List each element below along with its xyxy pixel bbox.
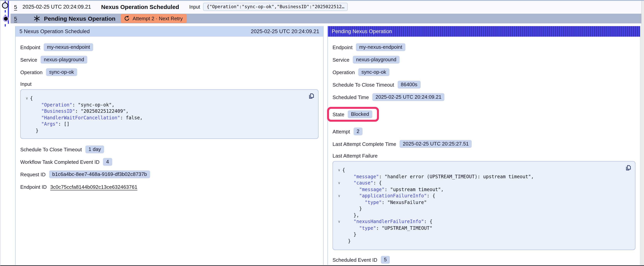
app-stage: 5 2025-02-25 UTC 20:24:09.21 Nexus Opera… xyxy=(0,0,644,266)
pending-panel-header: Pending Nexus Operation xyxy=(328,26,640,37)
code-line: "message": "upstream timeout", xyxy=(342,186,444,193)
scheduled-panel-body: Endpoint my-nexus-endpoint Service nexus… xyxy=(16,37,323,198)
code-line: } xyxy=(342,238,351,244)
code-gutter xyxy=(336,205,342,212)
pending-event-id-link[interactable]: 5 xyxy=(14,16,17,22)
pending-operation-detail-panel: Pending Nexus Operation Endpoint my-nexu… xyxy=(328,26,640,265)
event-input-label: Input xyxy=(189,4,200,10)
code-gutter xyxy=(24,108,30,114)
field-pending-operation-label: Operation xyxy=(332,69,355,75)
event-input-preview-chip[interactable]: {"Operation":"sync-op-ok","BusinessID":"… xyxy=(203,3,348,11)
field-last-attempt-complete-time-label: Last Attempt Complete Time xyxy=(332,141,396,147)
field-scheduled-time: Scheduled Time 2025-02-25 UTC 20:24:09.2… xyxy=(332,93,636,101)
code-line: "cause": { xyxy=(342,180,382,186)
field-operation: Operation sync-op-ok xyxy=(20,68,318,76)
collapse-chevron-icon[interactable]: ∨ xyxy=(336,218,342,225)
code-gutter xyxy=(336,199,342,205)
field-pending-operation: Operation sync-op-ok xyxy=(332,68,636,76)
field-schedule-to-close-timeout: Schedule To Close Timeout 1 day xyxy=(20,145,318,154)
field-endpoint-id: Endpoint ID 3c0c75ccfa8144b092c13ce63246… xyxy=(20,182,318,191)
copy-icon[interactable] xyxy=(308,93,314,99)
field-workflow-task-completed-event-id-value: 4 xyxy=(103,158,112,166)
field-pending-service: Service nexus-playground xyxy=(332,55,636,64)
asterisk-icon xyxy=(34,15,40,22)
failure-json-code: ∨{ "message": "handler error (UPSTREAM_T… xyxy=(336,167,630,244)
code-line: }, xyxy=(342,212,359,218)
field-endpoint: Endpoint my-nexus-endpoint xyxy=(20,43,318,52)
code-line: "Operation": "sync-op-ok", xyxy=(30,102,114,108)
event-row-nexus-operation-scheduled[interactable]: 5 2025-02-25 UTC 20:24:09.21 Nexus Opera… xyxy=(10,1,642,13)
endpoint-id-link[interactable]: 3c0c75ccfa8144b092c13ce632463761 xyxy=(50,184,138,190)
field-endpoint-value: my-nexus-endpoint xyxy=(44,43,93,51)
field-schedule-to-close-timeout-value: 1 day xyxy=(85,145,104,153)
field-scheduled-event-id-value: 5 xyxy=(381,256,390,264)
code-line: { xyxy=(342,167,345,173)
field-workflow-task-completed-event-id-label: Workflow Task Completed Event ID xyxy=(20,159,100,165)
field-operation-value: sync-op-ok xyxy=(46,68,77,76)
field-state-label: State xyxy=(332,111,344,117)
code-gutter xyxy=(336,225,342,231)
scheduled-event-detail-panel: 5 Nexus Operation Scheduled 2025-02-25 U… xyxy=(15,26,324,265)
field-endpoint-id-label: Endpoint ID xyxy=(20,184,47,190)
field-pending-endpoint: Endpoint my-nexus-endpoint xyxy=(332,43,636,52)
field-schedule-to-close-timeout-label: Schedule To Close Timeout xyxy=(20,146,82,152)
collapse-chevron-icon[interactable]: ∨ xyxy=(336,193,342,199)
field-pending-schedule-to-close-timeout-label: Schedule To Close Timeout xyxy=(332,82,394,88)
code-gutter xyxy=(24,121,30,127)
vertical-scrollbar[interactable] xyxy=(641,1,644,265)
field-workflow-task-completed-event-id: Workflow Task Completed Event ID 4 xyxy=(20,158,318,166)
field-service-value: nexus-playground xyxy=(41,56,87,64)
last-attempt-failure-label: Last Attempt Failure xyxy=(332,153,636,159)
pending-panel-title: Pending Nexus Operation xyxy=(332,29,392,34)
input-section-label: Input xyxy=(20,81,318,87)
code-gutter xyxy=(24,127,30,134)
event-open-circle-marker xyxy=(2,2,8,9)
code-line: } xyxy=(342,205,362,212)
code-line: "nexusHandlerFailureInfo": { xyxy=(342,218,432,225)
pending-filled-circle-marker xyxy=(3,16,9,22)
code-gutter xyxy=(24,102,30,108)
code-line: "message": "handler error (UPSTREAM_TIME… xyxy=(342,173,534,180)
pending-panel-body: Endpoint my-nexus-endpoint Service nexus… xyxy=(328,37,640,266)
workflow-history-frame: 5 2025-02-25 UTC 20:24:09.21 Nexus Opera… xyxy=(0,0,644,266)
collapse-chevron-icon[interactable]: ∨ xyxy=(336,180,342,186)
field-attempt-label: Attempt xyxy=(332,129,350,134)
code-line: "BusinessID": "20250225122409", xyxy=(30,108,129,114)
collapse-chevron-icon[interactable]: ∨ xyxy=(24,95,30,102)
pending-nexus-operation-row[interactable]: 5 Pending Nexus Operation xyxy=(10,14,642,24)
field-pending-endpoint-label: Endpoint xyxy=(332,44,352,50)
detail-panels: 5 Nexus Operation Scheduled 2025-02-25 U… xyxy=(15,26,640,265)
field-attempt-value: 2 xyxy=(354,128,362,135)
field-request-id-label: Request ID xyxy=(20,171,46,177)
retry-badge-label: Attempt 2 · Next Retry xyxy=(132,16,183,22)
pending-row-title: Pending Nexus Operation xyxy=(44,15,116,22)
scheduled-panel-header: 5 Nexus Operation Scheduled 2025-02-25 U… xyxy=(16,26,323,37)
code-gutter xyxy=(336,186,342,193)
input-json-code: ∨{ "Operation": "sync-op-ok", "BusinessI… xyxy=(24,95,313,134)
field-request-id: Request ID b1c6a4bc-8ee7-468a-9169-df3b0… xyxy=(20,170,318,179)
input-json-viewer: ∨{ "Operation": "sync-op-ok", "BusinessI… xyxy=(20,89,318,139)
copy-icon[interactable] xyxy=(625,165,632,171)
event-rows: 5 2025-02-25 UTC 20:24:09.21 Nexus Opera… xyxy=(10,1,642,24)
field-last-attempt-complete-time: Last Attempt Complete Time 2025-02-25 UT… xyxy=(332,140,636,148)
code-line: "HandlerWaitForCancellation": false, xyxy=(30,114,143,121)
field-scheduled-time-label: Scheduled Time xyxy=(332,94,369,100)
scheduled-panel-title: 5 Nexus Operation Scheduled xyxy=(20,29,90,34)
code-line: "type": "UPSTREAM_TIMEOUT" xyxy=(342,225,432,231)
field-scheduled-time-value: 2025-02-25 UTC 20:24:09.21 xyxy=(372,93,444,101)
field-pending-schedule-to-close-timeout: Schedule To Close Timeout 86400s xyxy=(332,80,636,89)
field-last-attempt-complete-time-value: 2025-02-25 UTC 20:25:27.51 xyxy=(400,140,472,148)
code-line: "applicationFailureInfo": { xyxy=(342,193,435,199)
collapse-chevron-icon[interactable]: ∨ xyxy=(336,167,342,173)
field-pending-schedule-to-close-timeout-value: 86400s xyxy=(398,81,420,89)
field-operation-label: Operation xyxy=(20,69,42,75)
state-badge: Blocked xyxy=(348,110,372,118)
field-pending-service-label: Service xyxy=(332,57,350,63)
event-id-link[interactable]: 5 xyxy=(14,4,17,10)
scheduled-panel-timestamp: 2025-02-25 UTC 20:24:09.21 xyxy=(251,29,319,34)
field-pending-endpoint-value: my-nexus-endpoint xyxy=(356,43,406,51)
field-service: Service nexus-playground xyxy=(20,55,318,64)
code-gutter xyxy=(336,238,342,244)
field-endpoint-label: Endpoint xyxy=(20,44,40,50)
field-pending-service-value: nexus-playground xyxy=(353,56,400,64)
